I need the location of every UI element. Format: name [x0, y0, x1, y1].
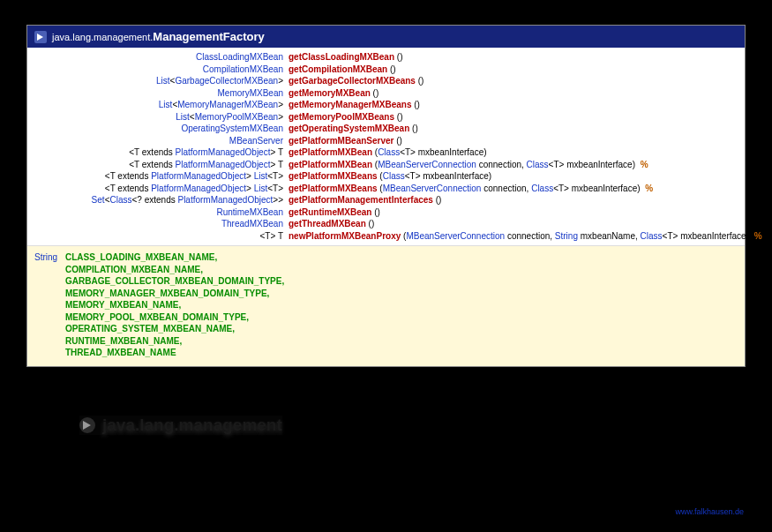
type-link[interactable]: Class [527, 160, 549, 169]
constant-name[interactable]: THREAD_MXBEAN_NAME [65, 347, 176, 359]
method-row: List<MemoryPoolMXBean>getMemoryPoolMXBea… [33, 111, 739, 124]
type-link[interactable]: PlatformManagedObject [176, 147, 271, 157]
type-link[interactable]: MemoryManagerMXBean [177, 100, 278, 109]
type-link[interactable]: RuntimeMXBean [216, 207, 283, 217]
text: connection, [481, 184, 531, 193]
method-name[interactable]: getRuntimeMXBean [289, 207, 371, 217]
methods-section: ClassLoadingMXBeangetClassLoadingMXBean … [27, 48, 745, 245]
type-link[interactable]: MBeanServerConnection [378, 160, 476, 169]
text: <T extends [129, 160, 175, 169]
method-signature: getPlatformMXBean (Class<T> mxbeanInterf… [289, 146, 739, 159]
constant-row: GARBAGE_COLLECTOR_MXBEAN_DOMAIN_TYPE, [34, 275, 738, 288]
throws-marker-icon: % [752, 231, 762, 241]
constant-row: MEMORY_MXBEAN_NAME, [34, 299, 738, 311]
return-type: <T extends PlatformManagedObject> List<T… [33, 170, 289, 183]
method-name[interactable]: getThreadMXBean [289, 219, 366, 229]
method-signature: getPlatformMXBeans (MBeanServerConnectio… [289, 183, 739, 195]
return-type: Set<Class<? extends PlatformManagedObjec… [33, 194, 289, 206]
method-row: MBeanServergetPlatformMBeanServer () [33, 135, 739, 147]
type-link[interactable]: PlatformManagedObject [151, 171, 246, 181]
text: <? extends [131, 195, 177, 205]
constant-name[interactable]: CLASS_LOADING_MXBEAN_NAME, [65, 251, 217, 264]
constant-name[interactable]: GARBAGE_COLLECTOR_MXBEAN_DOMAIN_TYPE, [65, 275, 284, 288]
type-link[interactable]: Class [383, 171, 405, 181]
type-link[interactable]: Class [378, 147, 400, 157]
constant-type: String [34, 251, 65, 264]
method-name[interactable]: getMemoryPoolMXBeans [289, 112, 394, 122]
text: <T extends [105, 184, 151, 193]
method-name[interactable]: getPlatformMXBeans [289, 171, 378, 181]
constant-row: StringCLASS_LOADING_MXBEAN_NAME, [34, 251, 738, 264]
text: <T> T [260, 231, 284, 241]
method-name[interactable]: getPlatformManagementInterfaces [289, 195, 433, 205]
type-link[interactable]: GarbageCollectorMXBean [175, 76, 278, 86]
method-row: <T extends PlatformManagedObject> List<T… [33, 183, 739, 195]
type-link[interactable]: PlatformManagedObject [151, 184, 246, 193]
return-type: <T extends PlatformManagedObject> T [33, 146, 289, 159]
text: mxbeanName, [578, 231, 641, 241]
text: <T> [267, 171, 283, 181]
method-name[interactable]: getPlatformMXBeans [289, 184, 378, 193]
constant-name[interactable]: MEMORY_MXBEAN_NAME, [65, 299, 181, 311]
type-link[interactable]: MemoryMXBean [218, 88, 283, 98]
text: > [278, 76, 283, 86]
return-type: MBeanServer [33, 135, 289, 147]
text: connection, [476, 160, 527, 169]
method-signature: getCompilationMXBean () [289, 64, 739, 76]
constant-type [34, 347, 65, 359]
type-link[interactable]: Class [109, 195, 131, 205]
method-name[interactable]: getCompilationMXBean [289, 64, 387, 74]
type-link[interactable]: ClassLoadingMXBean [196, 52, 283, 62]
method-name[interactable]: newPlatformMXBeanProxy [289, 231, 401, 241]
method-signature: getRuntimeMXBean () [289, 206, 739, 219]
type-link[interactable]: Class [641, 231, 663, 241]
text: > [246, 184, 254, 193]
type-link[interactable]: List [156, 76, 170, 86]
type-link[interactable]: List [159, 100, 173, 109]
type-link[interactable]: MemoryPoolMXBean [195, 112, 278, 122]
constant-name[interactable]: MEMORY_POOL_MXBEAN_DOMAIN_TYPE, [65, 311, 249, 324]
text: <T> mxbeanInterface) [553, 184, 642, 193]
method-name[interactable]: getPlatformMXBean [289, 160, 372, 169]
return-type: <T> T [33, 230, 289, 243]
type-link[interactable]: Class [531, 184, 553, 193]
constant-name[interactable]: OPERATING_SYSTEM_MXBEAN_NAME, [65, 323, 235, 335]
type-link[interactable]: PlatformManagedObject [177, 195, 273, 205]
method-name[interactable]: getClassLoadingMXBean [289, 52, 394, 62]
method-row: Set<Class<? extends PlatformManagedObjec… [33, 194, 739, 206]
constant-row: MEMORY_POOL_MXBEAN_DOMAIN_TYPE, [34, 311, 738, 324]
type-link[interactable]: CompilationMXBean [203, 64, 283, 74]
type-link[interactable]: MBeanServerConnection [383, 184, 482, 193]
type-link[interactable]: MBeanServerConnection [406, 231, 505, 241]
type-link[interactable]: OperatingSystemMXBean [181, 124, 283, 133]
text: <T> [267, 184, 283, 193]
constant-row: COMPILATION_MXBEAN_NAME, [34, 264, 738, 276]
method-name[interactable]: getPlatformMXBean [289, 147, 372, 157]
constant-type [34, 288, 65, 300]
constant-type [34, 335, 65, 348]
constant-type [34, 264, 65, 276]
type-link[interactable]: Set [92, 195, 105, 205]
method-row: RuntimeMXBeangetRuntimeMXBean () [33, 206, 739, 219]
constant-name[interactable]: COMPILATION_MXBEAN_NAME, [65, 264, 203, 276]
credit-link[interactable]: www.falkhausen.de [675, 507, 744, 516]
method-name[interactable]: getMemoryMXBean [289, 88, 371, 98]
type-link[interactable]: List [254, 184, 268, 193]
return-type: RuntimeMXBean [33, 206, 289, 219]
method-name[interactable]: getGarbageCollectorMXBeans [289, 76, 416, 86]
type-link[interactable]: List [176, 112, 190, 122]
type-link[interactable]: String [555, 231, 578, 241]
constant-name[interactable]: MEMORY_MANAGER_MXBEAN_DOMAIN_TYPE, [65, 288, 269, 300]
text: <T> mxbeanInterface) [405, 171, 491, 181]
class-diagram-card: java.lang.management.ManagementFactory C… [26, 25, 746, 367]
type-link[interactable]: ThreadMXBean [221, 219, 283, 229]
method-name[interactable]: getPlatformMBeanServer [289, 136, 393, 146]
method-signature: getThreadMXBean () [289, 218, 739, 230]
constant-name[interactable]: RUNTIME_MXBEAN_NAME, [65, 335, 182, 348]
type-link[interactable]: PlatformManagedObject [176, 160, 271, 169]
method-name[interactable]: getMemoryManagerMXBeans [289, 100, 411, 109]
method-name[interactable]: getOperatingSystemMXBean [289, 124, 409, 133]
constant-row: THREAD_MXBEAN_NAME [34, 347, 738, 359]
type-link[interactable]: List [254, 171, 268, 181]
type-link[interactable]: MBeanServer [229, 136, 283, 146]
